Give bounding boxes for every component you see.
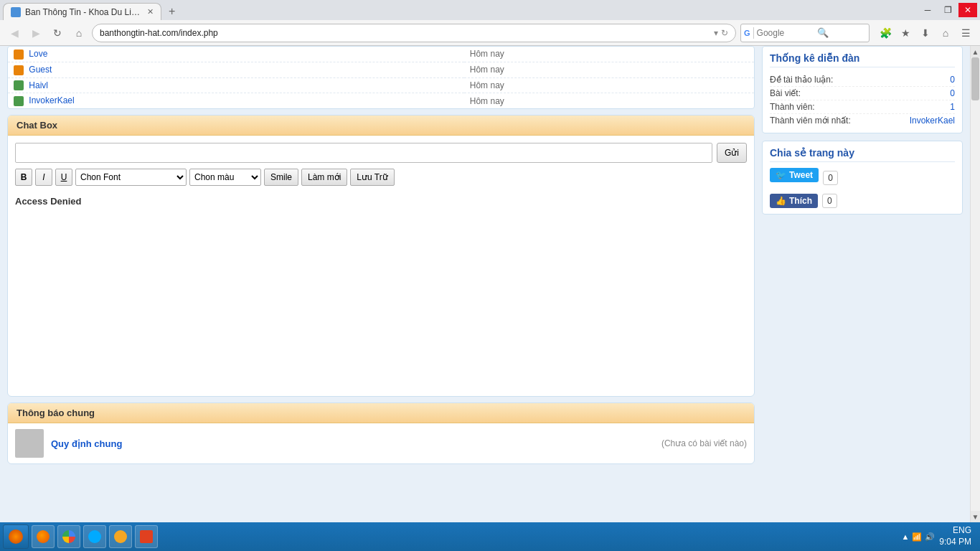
thong-bao-title: Thông báo chung xyxy=(17,408,95,418)
taskbar-sys: ▲ 📶 🔊 ENG 9:04 PM xyxy=(901,525,977,547)
tray-arrow-icon[interactable]: ▲ xyxy=(901,532,909,541)
minimize-button[interactable]: ─ xyxy=(918,3,937,17)
send-button[interactable]: Gửi xyxy=(717,143,747,163)
window-controls: ─ ❐ ✕ xyxy=(918,3,977,17)
scroll-thumb[interactable] xyxy=(971,57,979,100)
tab-title: Ban Thông Tin - Khoa Du Lich ... xyxy=(25,7,140,17)
quy-dinh-link[interactable]: Quy định chung xyxy=(51,438,122,449)
menu-icon[interactable]: ☰ xyxy=(957,24,974,42)
stats-row-newest: Thành viên mới nhất: InvokerKael xyxy=(770,114,955,127)
start-button[interactable] xyxy=(3,524,29,549)
forward-button[interactable]: ▶ xyxy=(27,24,44,42)
address-bar: ◀ ▶ ↻ ⌂ banthongtin-hat.com/index.php ▾ … xyxy=(0,20,980,46)
format-row: B I U Chon Font Chon màu Smile L xyxy=(15,169,747,186)
taskbar: ▲ 📶 🔊 ENG 9:04 PM xyxy=(0,522,980,551)
search-icon[interactable]: 🔍 xyxy=(817,27,829,38)
maximize-button[interactable]: ❐ xyxy=(938,3,957,17)
stats-title: Thống kê diễn đàn xyxy=(770,52,955,67)
chat-text-input[interactable] xyxy=(15,143,712,163)
filezilla-icon xyxy=(140,530,153,543)
stats-row-topics: Đề tài thảo luận: 0 xyxy=(770,73,955,87)
network-icon: 📶 xyxy=(912,532,922,542)
back-button[interactable]: ◀ xyxy=(6,24,23,42)
table-row: Guest Hôm nay xyxy=(8,62,754,77)
title-bar: Ban Thông Tin - Khoa Du Lich ... ✕ + ─ ❐… xyxy=(0,0,980,20)
online-users-table: Love Hôm nay Guest Hôm nay xyxy=(8,47,754,108)
chat-box-title: Chat Box xyxy=(17,120,57,131)
home-button[interactable]: ⌂ xyxy=(70,24,88,42)
underline-button[interactable]: U xyxy=(55,169,72,186)
stats-box: Thống kê diễn đàn Đề tài thảo luận: 0 Bà… xyxy=(762,46,963,133)
user-time-invokerkael: Hôm nay xyxy=(464,93,754,108)
search-divider xyxy=(753,27,754,39)
chua-co-text: (Chưa có bài viết nào) xyxy=(661,438,747,448)
scroll-up-arrow[interactable]: ▲ xyxy=(971,46,980,57)
sys-tray: ▲ 📶 🔊 xyxy=(901,532,935,542)
new-tab-button[interactable]: + xyxy=(164,3,179,20)
chat-box-body: Gửi B I U Chon Font Chon màu xyxy=(8,136,754,396)
stats-value-topics: 0 xyxy=(950,75,955,85)
scrollbar[interactable]: ▲ ▼ xyxy=(970,46,980,522)
user-link-haivl[interactable]: Haivl xyxy=(29,80,48,90)
user-time-love: Hôm nay xyxy=(464,47,754,62)
taskbar-folder[interactable] xyxy=(109,525,132,548)
refresh-chat-button[interactable]: Làm mới xyxy=(301,169,347,186)
tweet-button[interactable]: 🐦 Tweet xyxy=(770,168,819,182)
close-button[interactable]: ✕ xyxy=(958,3,977,17)
chat-input-row: Gửi xyxy=(15,143,747,163)
table-row: Haivl Hôm nay xyxy=(8,77,754,93)
taskbar-filezilla[interactable] xyxy=(135,525,158,548)
bookmark-star-icon[interactable]: ▾ xyxy=(714,28,718,38)
stats-row-members: Thành viên: 1 xyxy=(770,100,955,114)
browser-tab[interactable]: Ban Thông Tin - Khoa Du Lich ... ✕ xyxy=(3,3,161,20)
chat-content-area xyxy=(15,209,747,389)
thich-label: Thích xyxy=(789,196,812,206)
tweet-label: Tweet xyxy=(789,170,813,180)
user-time-haivl: Hôm nay xyxy=(464,77,754,93)
home-nav-icon[interactable]: ⌂ xyxy=(937,24,954,42)
windows-icon xyxy=(88,530,101,543)
save-button[interactable]: Lưu Trữ xyxy=(350,169,394,186)
access-denied-text: Access Denied xyxy=(15,193,747,209)
smile-button[interactable]: Smile xyxy=(264,169,298,186)
thong-bao-header: Thông báo chung xyxy=(8,403,754,423)
font-select[interactable]: Chon Font xyxy=(75,169,187,186)
firefox-icon xyxy=(37,530,50,543)
tab-bar: Ban Thông Tin - Khoa Du Lich ... ✕ + xyxy=(3,0,179,20)
user-link-guest[interactable]: Guest xyxy=(29,65,52,75)
thong-bao-panel: Thông báo chung Quy định chung (Chưa có … xyxy=(7,402,755,464)
tweet-count: 0 xyxy=(823,171,838,185)
table-row: InvokerKael Hôm nay xyxy=(8,93,754,108)
tab-close-button[interactable]: ✕ xyxy=(147,7,154,17)
stats-value-members: 1 xyxy=(950,102,955,112)
fb-count: 0 xyxy=(822,194,837,208)
user-avatar-haivl xyxy=(14,80,24,90)
user-link-invokerkael[interactable]: InvokerKael xyxy=(29,95,74,105)
extensions-icon[interactable]: 🧩 xyxy=(877,24,894,42)
bold-button[interactable]: B xyxy=(15,169,32,186)
search-input[interactable] xyxy=(757,28,814,38)
stats-label-posts: Bài viết: xyxy=(770,88,801,98)
user-link-love[interactable]: Love xyxy=(29,49,47,59)
bookmark-icon[interactable]: ★ xyxy=(897,24,914,42)
address-text: banthongtin-hat.com/index.php xyxy=(100,28,711,38)
italic-button[interactable]: I xyxy=(35,169,52,186)
scroll-track[interactable] xyxy=(971,57,980,511)
taskbar-firefox[interactable] xyxy=(32,525,55,548)
taskbar-chrome[interactable] xyxy=(57,525,80,548)
google-logo: G xyxy=(744,29,750,37)
stats-label-topics: Đề tài thảo luận: xyxy=(770,75,833,85)
stats-newest-link[interactable]: InvokerKael xyxy=(910,116,955,126)
taskbar-windows[interactable] xyxy=(83,525,106,548)
refresh-button[interactable]: ↻ xyxy=(49,24,66,42)
stats-row-posts: Bài viết: 0 xyxy=(770,87,955,100)
reload-icon[interactable]: ↻ xyxy=(721,28,728,38)
main-column: Love Hôm nay Guest Hôm nay xyxy=(0,46,762,522)
table-row: Love Hôm nay xyxy=(8,47,754,62)
fb-like-button[interactable]: 👍 Thích xyxy=(770,194,818,208)
color-select[interactable]: Chon màu xyxy=(189,169,261,186)
scroll-down-arrow[interactable]: ▼ xyxy=(971,511,980,522)
start-icon xyxy=(9,529,23,544)
download-icon[interactable]: ⬇ xyxy=(917,24,934,42)
share-title: Chia sẻ trang này xyxy=(770,147,955,162)
